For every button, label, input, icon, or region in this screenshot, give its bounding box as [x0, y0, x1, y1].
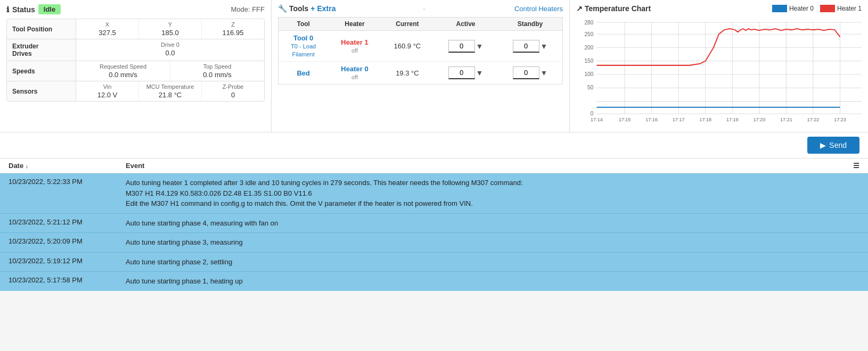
vin-label: Vin	[80, 83, 134, 90]
tool-row-1: BedHeater 0off19.3 °C▼▼	[279, 62, 563, 85]
standby-dropdown-1[interactable]: ▼	[541, 69, 548, 77]
standby-cell-1[interactable]: ▼	[498, 62, 563, 85]
status-badge: Idle	[38, 4, 61, 14]
legend-heater1: Heater 1	[820, 5, 862, 12]
active-dropdown-0[interactable]: ▼	[476, 42, 484, 51]
control-heaters-link[interactable]: Control Heaters	[514, 5, 563, 13]
zprobe-col: Z-Probe 0	[202, 81, 264, 101]
requested-speed-label: Requested Speed	[80, 63, 166, 70]
chart-panel: ↗ Temperature Chart Heater 0 Heater 1	[570, 0, 868, 132]
standby-dropdown-0[interactable]: ▼	[541, 42, 548, 51]
extruder-label: ExtruderDrives	[7, 39, 76, 61]
top-speed-col: Top Speed 0.0 mm/s	[170, 61, 264, 81]
legend-label-heater0: Heater 0	[789, 5, 814, 12]
log-event-3: Auto tune starting phase 2, settling	[126, 257, 859, 268]
status-info-grid: Tool Position X 327.5 Y 185.0 Z 116.95	[6, 19, 265, 102]
svg-text:17:21: 17:21	[780, 117, 792, 122]
send-button[interactable]: ▶ Send	[807, 137, 859, 154]
log-date-4: 10/23/2022, 5:17:58 PM	[9, 276, 126, 287]
tool-position-row: Tool Position X 327.5 Y 185.0 Z 116.95	[7, 19, 264, 39]
log-event-4: Auto tune starting phase 1, heating up	[126, 276, 859, 287]
chart-svg: 280 250 200 150 100 50 0 17:14 17:15 17:…	[576, 16, 862, 128]
svg-text:17:18: 17:18	[699, 117, 711, 122]
sensors-values: Vin 12.0 V MCU Temperature 21.8 °C Z-Pro…	[76, 81, 264, 101]
status-header: ℹ Status Idle Mode: FFF	[6, 4, 265, 14]
sort-icon[interactable]: ↓	[26, 163, 29, 169]
extruder-drives-row: ExtruderDrives Drive 0 0.0	[7, 39, 264, 61]
chart-title: ↗ Temperature Chart	[576, 4, 651, 13]
active-input-1[interactable]	[448, 66, 475, 79]
vin-value: 12.0 V	[80, 91, 134, 99]
svg-text:17:19: 17:19	[726, 117, 739, 122]
col-active: Active	[433, 18, 498, 31]
svg-text:17:14: 17:14	[591, 117, 603, 122]
y-col: Y 185.0	[139, 19, 202, 39]
log-rows: 10/23/2022, 5:22:33 PMAuto tuning heater…	[0, 173, 868, 291]
current-cell-1: 19.3 °C	[381, 62, 433, 85]
tool-name-0[interactable]: Tool 0	[293, 34, 313, 42]
chart-container: 280 250 200 150 100 50 0 17:14 17:15 17:…	[576, 16, 862, 128]
sensors-row: Sensors Vin 12.0 V MCU Temperature 21.8 …	[7, 81, 264, 101]
tool-name-1[interactable]: Bed	[297, 69, 310, 77]
extra-link[interactable]: Extra	[317, 4, 335, 13]
active-cell-0[interactable]: ▼	[433, 31, 498, 62]
x-label: X	[80, 21, 134, 28]
svg-text:17:22: 17:22	[807, 117, 820, 122]
dash-separator: ·	[423, 5, 425, 13]
active-cell-1[interactable]: ▼	[433, 62, 498, 85]
log-event-header: Event	[126, 162, 853, 170]
log-date-header: Date ↓	[9, 162, 126, 170]
speeds-label: Speeds	[7, 61, 76, 81]
mode-label: Mode:	[231, 5, 250, 13]
svg-text:17:15: 17:15	[619, 117, 631, 122]
tool-name-cell-0: Tool 0T0 - LoadFilament	[279, 31, 329, 62]
log-event-1: Auto tune starting phase 4, measuring wi…	[126, 218, 859, 229]
status-label: Status	[12, 5, 35, 14]
z-value: 116.95	[206, 29, 260, 37]
tool-name-cell-1: Bed	[279, 62, 329, 85]
log-date-1: 10/23/2022, 5:21:12 PM	[9, 218, 126, 229]
trend-icon: ↗	[576, 4, 583, 13]
vin-col: Vin 12.0 V	[76, 81, 139, 101]
log-section: Date ↓ Event ☰ 10/23/2022, 5:22:33 PMAut…	[0, 158, 868, 291]
x-value: 327.5	[80, 29, 134, 37]
tools-table-header: Tool Heater Current Active Standby	[279, 18, 563, 31]
tools-panel: 🔧 Tools + Extra · Control Heaters Tool H…	[272, 0, 570, 132]
tools-table: Tool Heater Current Active Standby Tool …	[278, 17, 563, 85]
log-row-4: 10/23/2022, 5:17:58 PMAuto tune starting…	[0, 272, 868, 291]
tool-sub-0[interactable]: T0 - LoadFilament	[291, 43, 316, 57]
log-row-0: 10/23/2022, 5:22:33 PMAuto tuning heater…	[0, 173, 868, 214]
mode-text: Mode: FFF	[231, 5, 265, 13]
chart-header: ↗ Temperature Chart Heater 0 Heater 1	[576, 4, 862, 13]
speeds-values: Requested Speed 0.0 mm/s Top Speed 0.0 m…	[76, 61, 264, 81]
drive0-value: 0.0	[80, 49, 260, 57]
log-date-2: 10/23/2022, 5:20:09 PM	[9, 237, 126, 248]
plus-label: +	[310, 4, 315, 13]
mcu-value: 21.8 °C	[143, 91, 197, 99]
svg-text:100: 100	[584, 71, 593, 77]
standby-input-1[interactable]	[513, 66, 539, 79]
send-icon: ▶	[820, 141, 826, 149]
heater-name-1[interactable]: Heater 0	[341, 65, 368, 73]
info-icon: ℹ	[6, 5, 9, 14]
svg-text:17:17: 17:17	[673, 117, 685, 122]
send-label: Send	[829, 141, 847, 149]
standby-input-0[interactable]	[513, 40, 539, 53]
top-speed-value: 0.0 mm/s	[175, 71, 260, 79]
standby-cell-0[interactable]: ▼	[498, 31, 563, 62]
tool-position-values: X 327.5 Y 185.0 Z 116.95	[76, 19, 264, 39]
col-current: Current	[381, 18, 433, 31]
heater-name-0[interactable]: Heater 1	[341, 38, 368, 46]
chart-legend: Heater 0 Heater 1	[772, 5, 862, 12]
active-dropdown-1[interactable]: ▼	[476, 69, 484, 77]
active-input-0[interactable]	[448, 40, 475, 53]
heater-status-0: off	[351, 47, 358, 54]
tool-icon: 🔧	[278, 4, 287, 13]
tool-position-label: Tool Position	[7, 19, 76, 39]
chart-title-text: Temperature Chart	[585, 4, 651, 13]
legend-heater0: Heater 0	[772, 5, 814, 12]
current-cell-0: 160.9 °C	[381, 31, 433, 62]
requested-speed-col: Requested Speed 0.0 mm/s	[76, 61, 170, 81]
tool-row-0: Tool 0T0 - LoadFilamentHeater 1off160.9 …	[279, 31, 563, 62]
log-menu-icon[interactable]: ☰	[853, 162, 859, 170]
